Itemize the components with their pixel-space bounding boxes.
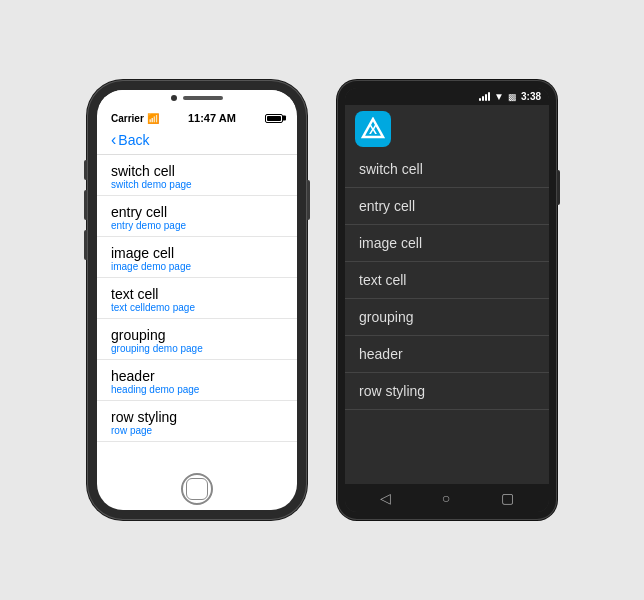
android-recents-icon[interactable]: ▢ (501, 490, 514, 506)
android-item-title-1: entry cell (359, 198, 535, 214)
android-item-title-0: switch cell (359, 161, 535, 177)
list-item[interactable]: entry cell entry demo page (97, 196, 297, 237)
ios-battery (265, 114, 283, 123)
list-item[interactable]: header (345, 336, 549, 373)
phones-container: Carrier 📶 11:47 AM ‹ Back (67, 60, 577, 540)
ios-item-subtitle-5: heading demo page (111, 384, 283, 395)
list-item[interactable]: entry cell (345, 188, 549, 225)
list-item[interactable]: text cell (345, 262, 549, 299)
ios-home-inner (186, 478, 208, 500)
android-top-area: X (345, 105, 549, 151)
ios-screen: Carrier 📶 11:47 AM ‹ Back (97, 90, 297, 510)
ios-volume-up-button (84, 190, 87, 220)
ios-item-title-6: row styling (111, 409, 283, 425)
ios-item-subtitle-6: row page (111, 425, 283, 436)
android-item-title-2: image cell (359, 235, 535, 251)
ios-item-title-4: grouping (111, 327, 283, 343)
ios-item-subtitle-0: switch demo page (111, 179, 283, 190)
ios-item-subtitle-2: image demo page (111, 261, 283, 272)
android-list: switch cell entry cell image cell text c… (345, 151, 549, 484)
android-item-title-5: header (359, 346, 535, 362)
ios-carrier-label: Carrier (111, 113, 144, 124)
ios-item-title-0: switch cell (111, 163, 283, 179)
android-screen: ▼ ▩ 3:38 X switch cell (345, 88, 549, 512)
list-item[interactable]: header heading demo page (97, 360, 297, 401)
xamarin-logo-icon: X (361, 117, 385, 141)
ios-item-subtitle-1: entry demo page (111, 220, 283, 231)
android-home-icon[interactable]: ○ (442, 490, 450, 506)
ios-power-button (307, 180, 310, 220)
android-battery-icon: ▩ (508, 92, 517, 102)
android-item-title-3: text cell (359, 272, 535, 288)
android-item-title-6: row styling (359, 383, 535, 399)
ios-item-title-1: entry cell (111, 204, 283, 220)
android-signal-icon (479, 92, 490, 101)
android-time: 3:38 (521, 91, 541, 102)
ios-item-subtitle-3: text celldemo page (111, 302, 283, 313)
list-item[interactable]: grouping (345, 299, 549, 336)
ios-item-title-2: image cell (111, 245, 283, 261)
ios-phone: Carrier 📶 11:47 AM ‹ Back (87, 80, 307, 520)
ios-nav-bar: ‹ Back (97, 128, 297, 155)
ios-camera (171, 95, 177, 101)
ios-carrier-wifi: Carrier 📶 (111, 113, 159, 124)
android-back-icon[interactable]: ◁ (380, 490, 391, 506)
android-nav-bar: ◁ ○ ▢ (345, 484, 549, 512)
list-item[interactable]: image cell (345, 225, 549, 262)
ios-item-title-5: header (111, 368, 283, 384)
ios-wifi-icon: 📶 (147, 113, 159, 124)
ios-back-button[interactable]: ‹ Back (111, 132, 283, 148)
list-item[interactable]: image cell image demo page (97, 237, 297, 278)
list-item[interactable]: switch cell switch demo page (97, 155, 297, 196)
ios-speaker (183, 96, 223, 100)
android-power-button (557, 170, 560, 205)
ios-time: 11:47 AM (188, 112, 236, 124)
list-item[interactable]: row styling row page (97, 401, 297, 442)
svg-text:X: X (369, 123, 377, 137)
android-app-icon: X (355, 111, 391, 147)
ios-status-bar: Carrier 📶 11:47 AM (97, 106, 297, 128)
ios-item-title-3: text cell (111, 286, 283, 302)
ios-back-chevron-icon: ‹ (111, 132, 116, 148)
ios-home-area (97, 482, 297, 510)
list-item[interactable]: row styling (345, 373, 549, 410)
ios-camera-area (97, 90, 297, 106)
ios-battery-icon (265, 114, 283, 123)
android-wifi-icon: ▼ (494, 91, 504, 102)
android-item-title-4: grouping (359, 309, 535, 325)
android-status-bar: ▼ ▩ 3:38 (345, 88, 549, 105)
ios-mute-button (84, 160, 87, 180)
ios-item-subtitle-4: grouping demo page (111, 343, 283, 354)
list-item[interactable]: switch cell (345, 151, 549, 188)
ios-list: switch cell switch demo page entry cell … (97, 155, 297, 482)
list-item[interactable]: grouping grouping demo page (97, 319, 297, 360)
ios-home-button[interactable] (181, 473, 213, 505)
ios-volume-down-button (84, 230, 87, 260)
android-phone: ▼ ▩ 3:38 X switch cell (337, 80, 557, 520)
ios-back-label: Back (118, 132, 149, 148)
list-item[interactable]: text cell text celldemo page (97, 278, 297, 319)
